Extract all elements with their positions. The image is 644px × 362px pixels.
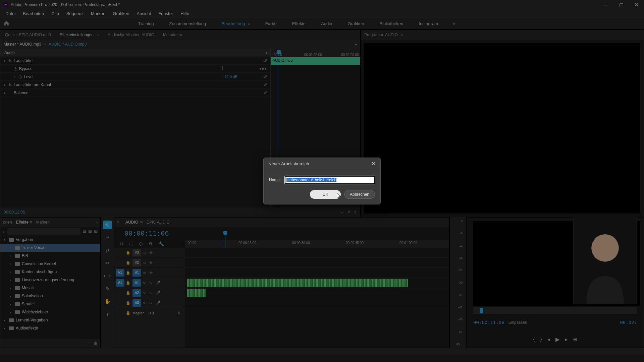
dialog-title: Neuer Arbeitsbereich: [268, 161, 309, 166]
ok-button[interactable]: OK: [310, 190, 341, 199]
new-workspace-dialog: Neuer Arbeitsbereich ✕ Name: OK Abbreche…: [263, 158, 381, 204]
workspace-name-input[interactable]: [285, 176, 375, 184]
close-icon[interactable]: ✕: [371, 161, 376, 167]
name-label: Name:: [269, 178, 281, 182]
modal-overlay: Neuer Arbeitsbereich ✕ Name: OK Abbreche…: [0, 0, 644, 362]
cancel-button[interactable]: Abbrechen: [344, 190, 375, 199]
